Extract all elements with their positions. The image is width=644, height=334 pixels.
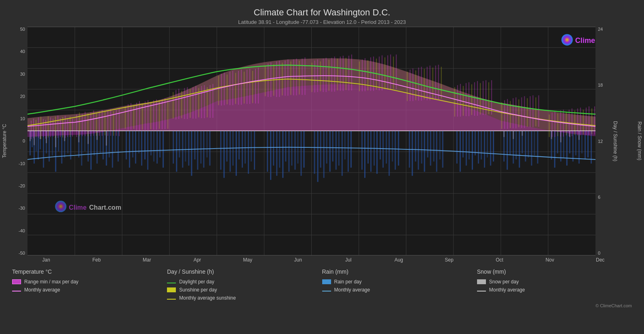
svg-rect-325: [415, 70, 416, 100]
svg-rect-49: [109, 131, 110, 157]
svg-rect-145: [466, 131, 467, 166]
svg-rect-244: [159, 101, 160, 129]
svg-rect-150: [481, 131, 482, 160]
svg-rect-294: [315, 61, 315, 93]
svg-rect-276: [255, 69, 256, 104]
svg-rect-298: [326, 58, 327, 92]
svg-rect-94: [276, 131, 277, 176]
svg-rect-111: [336, 131, 337, 170]
svg-rect-227: [108, 111, 108, 136]
svg-rect-77: [207, 131, 208, 157]
svg-rect-141: [442, 131, 443, 168]
svg-rect-240: [148, 100, 148, 130]
svg-rect-114: [344, 131, 346, 160]
svg-rect-135: [424, 131, 425, 172]
svg-rect-50: [112, 131, 113, 168]
svg-rect-347: [488, 82, 489, 114]
svg-rect-92: [270, 131, 271, 180]
svg-rect-127: [392, 131, 393, 162]
legend-sunshine-avg: Monthly average sunshine: [167, 295, 322, 301]
svg-rect-75: [201, 131, 202, 164]
svg-rect-233: [128, 104, 129, 130]
legend-rain-header: Rain (mm): [322, 268, 477, 275]
temp-range-swatch: [12, 279, 21, 284]
svg-rect-277: [258, 68, 259, 104]
svg-rect-336: [457, 85, 458, 117]
svg-rect-247: [167, 100, 168, 129]
svg-rect-341: [471, 84, 472, 115]
svg-rect-97: [285, 131, 286, 162]
svg-rect-261: [210, 85, 211, 118]
svg-rect-355: [518, 100, 519, 128]
x-tick-jan: Jan: [21, 257, 72, 263]
svg-rect-131: [412, 131, 413, 176]
svg-rect-378: [591, 108, 592, 134]
svg-rect-315: [379, 57, 380, 91]
svg-rect-146: [469, 131, 470, 160]
x-tick-apr: Apr: [172, 257, 223, 263]
svg-rect-297: [323, 59, 324, 92]
svg-rect-56: [135, 131, 136, 164]
svg-rect-172: [566, 131, 568, 166]
y-tick: -50: [19, 251, 25, 255]
legend-sunshine-avg-label: Monthly average sunshine: [179, 295, 236, 301]
svg-rect-251: [181, 91, 182, 118]
svg-rect-250: [178, 89, 179, 119]
legend-sunshine-swatch: Sunshine per day: [167, 287, 322, 293]
temp-avg-line: [12, 291, 21, 291]
svg-rect-174: [572, 131, 574, 162]
svg-rect-140: [439, 131, 441, 160]
svg-rect-89: [251, 131, 252, 162]
svg-rect-300: [332, 58, 332, 92]
svg-rect-228: [110, 109, 111, 136]
legend-snow-label: Snow per day: [489, 279, 519, 285]
svg-rect-107: [323, 131, 325, 178]
y-tick: 50: [20, 27, 25, 32]
svg-rect-104: [314, 131, 315, 174]
svg-rect-154: [493, 131, 494, 162]
x-tick-aug: Aug: [374, 257, 424, 263]
svg-rect-110: [332, 131, 334, 162]
svg-rect-253: [187, 87, 188, 119]
x-tick-oct: Oct: [474, 257, 525, 263]
svg-rect-105: [317, 131, 319, 182]
legend-temp-range: Range min / max per day: [12, 279, 167, 285]
svg-rect-96: [282, 131, 283, 178]
svg-rect-221: [91, 113, 91, 136]
svg-rect-153: [490, 131, 491, 166]
svg-rect-157: [509, 131, 511, 155]
svg-point-383: [562, 34, 573, 45]
svg-rect-268: [232, 71, 233, 105]
svg-rect-81: [226, 131, 228, 162]
svg-rect-87: [245, 131, 246, 164]
svg-rect-366: [557, 113, 558, 136]
chart-plot-area: Clime Chart.com Clime Chart.com: [27, 27, 595, 255]
svg-rect-302: [337, 59, 338, 91]
chart-title: Climate Chart for Washington D.C.: [0, 7, 644, 18]
svg-rect-333: [438, 65, 439, 100]
svg-rect-62: [153, 131, 154, 162]
svg-rect-331: [433, 68, 433, 99]
sunshine-avg-line: [167, 299, 176, 300]
svg-rect-191: [503, 131, 505, 137]
svg-rect-58: [141, 131, 142, 166]
legend-temp-range-label: Range min / max per day: [24, 279, 78, 285]
svg-rect-324: [412, 68, 413, 101]
svg-rect-322: [407, 72, 408, 101]
svg-rect-372: [574, 111, 575, 135]
svg-rect-112: [338, 131, 340, 166]
svg-rect-70: [185, 131, 186, 162]
svg-rect-305: [346, 58, 346, 90]
y-tick: 0: [23, 138, 25, 143]
sunshine-swatch: [167, 287, 176, 292]
legend-sunshine: Day / Sunshine (h) Daylight per day Suns…: [167, 268, 322, 301]
chart-container: Climate Chart for Washington D.C. Latitu…: [0, 0, 644, 334]
svg-rect-334: [441, 67, 442, 99]
svg-rect-147: [472, 131, 473, 170]
y-tick: -30: [19, 206, 25, 211]
svg-rect-63: [156, 131, 158, 164]
svg-rect-175: [575, 131, 576, 155]
svg-rect-54: [129, 131, 130, 168]
svg-rect-73: [194, 131, 195, 160]
svg-rect-46: [100, 131, 101, 153]
